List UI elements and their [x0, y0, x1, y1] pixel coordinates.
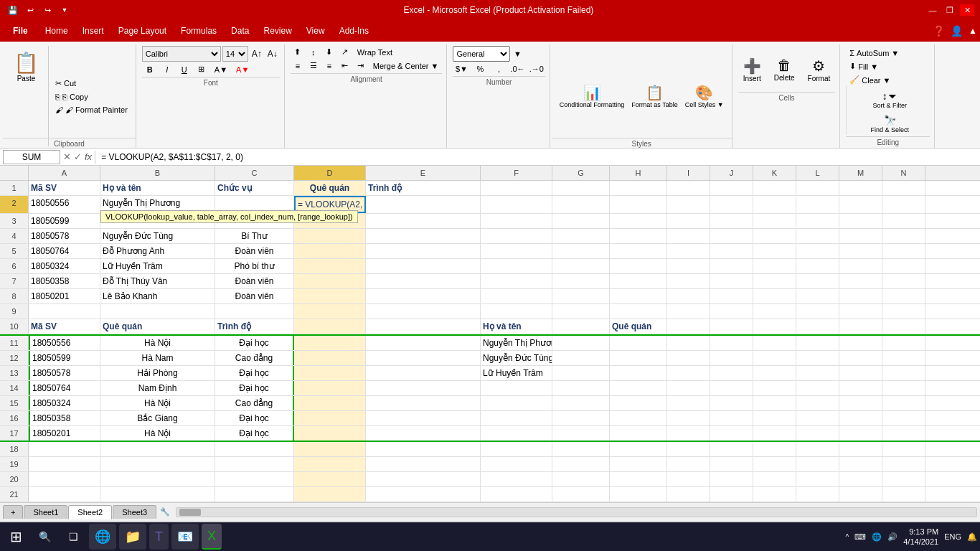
cell-a20[interactable]: [29, 472, 100, 486]
cell-j9[interactable]: [710, 304, 753, 319]
cell-n13[interactable]: [882, 366, 925, 380]
cell-n4[interactable]: [882, 229, 925, 243]
cell-g17[interactable]: [552, 426, 610, 441]
col-header-g[interactable]: G: [552, 166, 610, 180]
cell-g16[interactable]: [552, 411, 610, 425]
cell-g6[interactable]: [552, 259, 610, 273]
number-format-dropdown-btn[interactable]: ▼: [512, 48, 523, 60]
row-header-3[interactable]: 3: [0, 214, 29, 228]
cell-n2[interactable]: [882, 196, 925, 213]
fill-btn[interactable]: ⬇ Fill ▼: [846, 60, 930, 72]
menu-review[interactable]: Review: [256, 22, 298, 40]
format-as-table-btn[interactable]: 📋 Format as Table: [628, 75, 681, 117]
cell-d7[interactable]: [294, 274, 366, 288]
cell-i14[interactable]: [667, 381, 710, 395]
cell-k11[interactable]: [753, 336, 796, 350]
cell-g14[interactable]: [552, 381, 610, 395]
col-header-l[interactable]: L: [796, 166, 839, 180]
cell-h16[interactable]: [610, 411, 667, 425]
search-button[interactable]: 🔍: [32, 524, 57, 550]
cell-h4[interactable]: [610, 229, 667, 243]
cell-l15[interactable]: [796, 396, 839, 410]
cell-j1[interactable]: [710, 181, 753, 195]
cell-c18[interactable]: [215, 442, 294, 456]
cell-k16[interactable]: [753, 411, 796, 425]
col-header-c[interactable]: C: [215, 166, 294, 180]
cell-i16[interactable]: [667, 411, 710, 425]
cell-k10[interactable]: [753, 319, 796, 334]
cell-m4[interactable]: [839, 229, 882, 243]
paste-button[interactable]: 📋 Paste: [7, 46, 45, 88]
quick-redo-btn[interactable]: ↪: [40, 3, 55, 17]
cell-k1[interactable]: [753, 181, 796, 195]
row-header-9[interactable]: 9: [0, 304, 29, 319]
cell-a12[interactable]: 18050599: [29, 351, 100, 365]
cell-a9[interactable]: [29, 304, 100, 319]
cell-i10[interactable]: [667, 319, 710, 334]
cell-f4[interactable]: [481, 229, 552, 243]
cell-j13[interactable]: [710, 366, 753, 380]
cell-l7[interactable]: [796, 274, 839, 288]
col-header-j[interactable]: J: [710, 166, 753, 180]
row-header-21[interactable]: 21: [0, 487, 29, 501]
name-box[interactable]: [3, 150, 60, 164]
cell-i21[interactable]: [667, 487, 710, 501]
cell-d4[interactable]: [294, 229, 366, 243]
cell-m9[interactable]: [839, 304, 882, 319]
row-header-1[interactable]: 1: [0, 181, 29, 195]
cell-g3[interactable]: [552, 214, 610, 228]
cell-d8[interactable]: [294, 289, 366, 303]
text-direction-btn[interactable]: ↗: [338, 46, 352, 58]
cell-h6[interactable]: [610, 259, 667, 273]
cell-g12[interactable]: [552, 351, 610, 365]
cell-c21[interactable]: [215, 487, 294, 501]
cell-j10[interactable]: [710, 319, 753, 334]
tab-sheet3[interactable]: Sheet3: [113, 505, 156, 519]
cell-g1[interactable]: [552, 181, 610, 195]
autosum-btn[interactable]: Σ AutoSum ▼: [846, 47, 930, 59]
cell-g18[interactable]: [552, 442, 610, 456]
cell-b10[interactable]: Quê quán: [100, 319, 215, 334]
cell-m3[interactable]: [839, 214, 882, 228]
cell-i20[interactable]: [667, 472, 710, 486]
cell-f7[interactable]: [481, 274, 552, 288]
taskbar-mail[interactable]: 📧: [171, 524, 199, 550]
cell-b20[interactable]: [100, 472, 215, 486]
row-header-2[interactable]: 2: [0, 196, 29, 213]
cell-f8[interactable]: [481, 289, 552, 303]
cell-a17[interactable]: 18050201: [29, 426, 100, 441]
maximize-btn[interactable]: ❐: [943, 4, 957, 16]
cell-m12[interactable]: [839, 351, 882, 365]
cell-n16[interactable]: [882, 411, 925, 425]
cell-h11[interactable]: [610, 336, 667, 350]
merge-center-btn[interactable]: Merge & Center ▼: [369, 60, 443, 72]
row-header-17[interactable]: 17: [0, 426, 29, 441]
cell-b9[interactable]: [100, 304, 215, 319]
row-header-16[interactable]: 16: [0, 411, 29, 425]
cell-h3[interactable]: [610, 214, 667, 228]
col-header-a[interactable]: A: [29, 166, 100, 180]
cell-e7[interactable]: [366, 274, 481, 288]
clear-btn[interactable]: 🧹 Clear ▼: [846, 74, 930, 86]
insert-btn[interactable]: ➕ Insert: [738, 49, 766, 90]
cell-m1[interactable]: [839, 181, 882, 195]
cell-f13[interactable]: Lữ Huyền Trâm: [481, 366, 552, 380]
cell-g8[interactable]: [552, 289, 610, 303]
font-size-select[interactable]: 14: [222, 46, 248, 62]
cell-c13[interactable]: Đại học: [215, 366, 294, 380]
cell-n7[interactable]: [882, 274, 925, 288]
row-header-5[interactable]: 5: [0, 244, 29, 258]
align-top-btn[interactable]: ⬆: [291, 46, 305, 58]
quick-save-btn[interactable]: 💾: [6, 3, 20, 17]
cell-h1[interactable]: [610, 181, 667, 195]
align-left-btn[interactable]: ≡: [291, 60, 305, 72]
cell-e6[interactable]: [366, 259, 481, 273]
currency-btn[interactable]: $▼: [453, 63, 470, 75]
cell-h18[interactable]: [610, 442, 667, 456]
cell-f6[interactable]: [481, 259, 552, 273]
cell-j8[interactable]: [710, 289, 753, 303]
cell-c12[interactable]: Cao đẳng: [215, 351, 294, 365]
cell-e4[interactable]: [366, 229, 481, 243]
cell-d21[interactable]: [294, 487, 366, 501]
cell-l18[interactable]: [796, 442, 839, 456]
